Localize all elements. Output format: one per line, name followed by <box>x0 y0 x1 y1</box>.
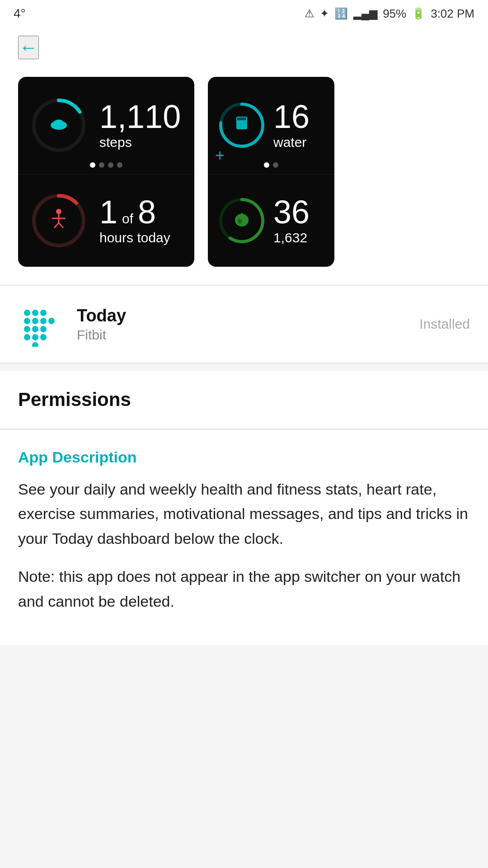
top-nav: ← <box>0 27 488 68</box>
divider-3 <box>0 429 488 429</box>
svg-point-18 <box>238 218 242 224</box>
page-dots-right <box>264 162 278 168</box>
battery-icon: 🔋 <box>412 7 425 20</box>
signal-icon: ▂▄▆ <box>353 7 377 20</box>
svg-point-31 <box>40 334 47 340</box>
status-icons: ⚠ ✦ 🔢 ▂▄▆ 95% 🔋 3:02 PM <box>305 7 474 21</box>
screenshot-right: 16 water + <box>208 77 334 267</box>
screenshot-left: 1,110 steps <box>18 77 194 267</box>
svg-point-22 <box>24 318 30 324</box>
food-number: 36 <box>273 196 325 228</box>
screen-top-left: 1,110 steps <box>18 77 194 175</box>
water-ring <box>217 100 267 150</box>
svg-point-26 <box>24 326 30 332</box>
back-button[interactable]: ← <box>18 36 39 59</box>
svg-point-5 <box>56 209 61 214</box>
screenshots-section: 1,110 steps <box>0 68 488 285</box>
divider-2 <box>0 363 488 363</box>
data-icon: 🔢 <box>334 7 348 20</box>
steps-label: steps <box>99 135 183 150</box>
active-icon <box>47 207 70 234</box>
status-bar: 4° ⚠ ✦ 🔢 ▂▄▆ 95% 🔋 3:02 PM <box>0 0 488 27</box>
svg-point-25 <box>48 318 55 324</box>
food-ring <box>217 196 267 245</box>
description-paragraph-1: See your daily and weekly health and fit… <box>18 477 470 551</box>
svg-point-27 <box>32 326 38 332</box>
dot-4 <box>117 162 122 168</box>
steps-icon <box>47 112 70 139</box>
screen-bottom-left: 1 of 8 hours today <box>18 175 194 267</box>
water-number: 16 <box>273 100 325 133</box>
svg-point-20 <box>32 310 38 316</box>
hours-ring <box>29 191 88 250</box>
description-heading: App Description <box>18 448 470 466</box>
page-dots-left <box>90 162 122 168</box>
svg-rect-13 <box>237 118 246 120</box>
svg-point-30 <box>32 334 38 340</box>
description-paragraph-2: Note: this app does not appear in the ap… <box>18 564 470 613</box>
svg-line-8 <box>54 223 59 228</box>
water-label: water <box>273 135 325 150</box>
screen-top-right: 16 water + <box>208 77 334 175</box>
plus-icon: + <box>215 146 225 165</box>
food-stats: 36 1,632 <box>273 196 325 245</box>
rdot-1 <box>264 162 269 168</box>
permissions-title: Permissions <box>18 389 470 410</box>
hours-of: of <box>122 211 133 226</box>
dot-3 <box>108 162 113 168</box>
steps-ring <box>29 96 88 155</box>
svg-line-9 <box>59 223 63 228</box>
svg-point-32 <box>32 342 38 347</box>
temperature: 4° <box>14 6 26 21</box>
svg-point-19 <box>24 310 30 316</box>
hours-total: 8 <box>138 196 156 228</box>
rdot-2 <box>273 162 278 168</box>
app-info-left: Today Fitbit <box>18 302 126 347</box>
app-info-section: Today Fitbit Installed <box>0 286 488 363</box>
app-logo <box>18 302 63 347</box>
hazard-icon: ⚠ <box>305 7 314 20</box>
time-display: 3:02 PM <box>431 7 474 21</box>
bluetooth-icon: ✦ <box>320 7 329 20</box>
food-sublabel: 1,632 <box>273 230 325 245</box>
svg-point-28 <box>40 326 47 332</box>
hours-label: hours today <box>99 230 183 245</box>
food-icon <box>232 208 252 233</box>
app-name: Today <box>77 306 126 326</box>
hours-number: 1 <box>99 196 117 228</box>
description-section: App Description See your daily and weekl… <box>0 430 488 645</box>
dot-2 <box>99 162 104 168</box>
dot-1 <box>90 162 95 168</box>
installed-badge: Installed <box>419 316 470 332</box>
permissions-section: Permissions <box>0 371 488 429</box>
svg-point-21 <box>40 310 47 316</box>
screen-bottom-right: 36 1,632 <box>208 175 334 267</box>
svg-rect-17 <box>241 213 243 217</box>
app-developer: Fitbit <box>77 327 126 343</box>
app-text: Today Fitbit <box>77 306 126 343</box>
svg-point-29 <box>24 334 30 340</box>
water-icon <box>232 113 252 137</box>
steps-stats: 1,110 steps <box>99 100 183 150</box>
hours-stats: 1 of 8 hours today <box>99 196 183 245</box>
steps-number: 1,110 <box>99 100 183 133</box>
battery-percent: 95% <box>383 7 406 21</box>
svg-point-23 <box>32 318 38 324</box>
svg-point-24 <box>40 318 47 324</box>
water-stats: 16 water <box>273 100 325 150</box>
